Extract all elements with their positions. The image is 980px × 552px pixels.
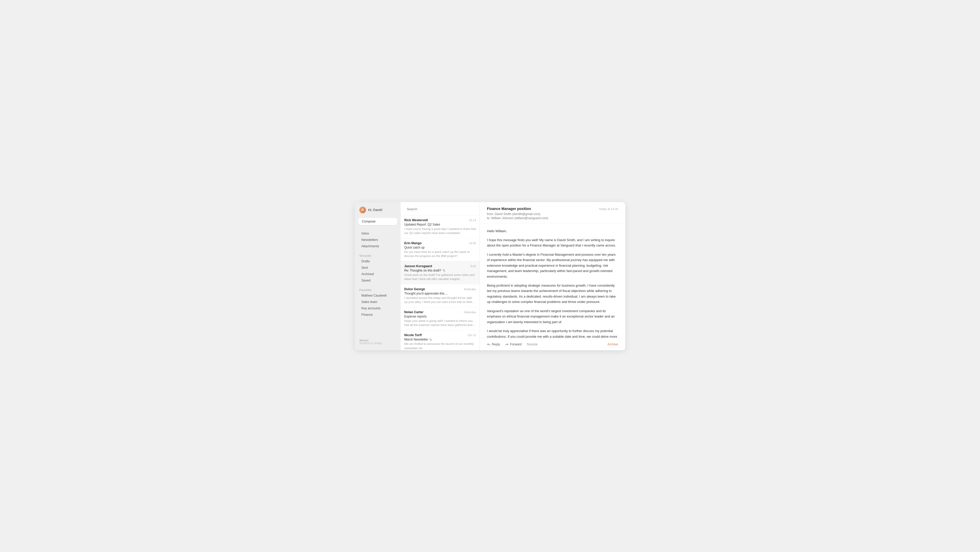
- snooze-button[interactable]: Snooze: [527, 343, 538, 346]
- body-para-1: I hope this message finds you well! My n…: [487, 237, 618, 248]
- compose-button[interactable]: Compose: [358, 218, 397, 225]
- reply-button[interactable]: Reply: [487, 341, 500, 347]
- sidebar-item-finance[interactable]: Finance: [357, 312, 399, 318]
- archive-button[interactable]: Archive: [608, 343, 618, 346]
- sidebar-item-sent[interactable]: Sent: [357, 265, 399, 271]
- sidebar-item-saved[interactable]: Saved: [357, 278, 399, 284]
- app-name: Aesso°: [360, 339, 396, 342]
- sidebar-item-sales-team[interactable]: Sales team: [357, 299, 399, 305]
- sidebar-item-newsletters[interactable]: Newsletters: [357, 237, 399, 243]
- avatar: [360, 207, 366, 213]
- email-list: Rick Westervelt 15:14 Updated Report: Q2…: [401, 215, 479, 350]
- table-row[interactable]: Erin Mango 13:56 Quick catch up Do you h…: [401, 238, 479, 261]
- email-body: Hello William, I hope this message finds…: [480, 223, 625, 338]
- sidebar-item-archived[interactable]: Archived: [357, 271, 399, 277]
- body-para-0: Hello William,: [487, 228, 618, 234]
- sidebar-item-inbox[interactable]: Inbox: [357, 230, 399, 236]
- snoozed-section-label: Snoozed: [355, 252, 401, 258]
- favorites-section-label: Favorites: [355, 286, 401, 292]
- email-actions-bar: Reply Forward Snooze Archive: [480, 338, 625, 350]
- table-row[interactable]: Rick Westervelt 15:14 Updated Report: Q2…: [401, 215, 479, 238]
- email-view-header: Finance Manager position Today at 13:16 …: [480, 202, 625, 223]
- search-input[interactable]: [404, 206, 476, 212]
- nav-section: Inbox Newsletters Attachments: [355, 229, 401, 250]
- reply-icon: [487, 343, 490, 346]
- sidebar-header: Hi, David!: [355, 207, 401, 218]
- table-row[interactable]: Dulce George Yesterday Thought you'd app…: [401, 284, 479, 307]
- table-row[interactable]: Nolan Carter Yesterday Expense reports H…: [401, 307, 479, 330]
- svg-point-0: [362, 209, 363, 210]
- email-view-panel: Finance Manager position Today at 13:16 …: [480, 202, 625, 350]
- email-to: to: William Johnson (william@vanguard.co…: [487, 216, 618, 220]
- body-para-4: Vanguard's reputation as one of the worl…: [487, 308, 618, 325]
- attachment-icon: 📎: [442, 269, 445, 272]
- sidebar: Hi, David! Compose Inbox Newsletters Att…: [355, 202, 401, 350]
- favorites-section: Favorites Mathew Caudwell Sales team Key…: [355, 285, 401, 319]
- email-subject-heading: Finance Manager position: [487, 207, 531, 211]
- sidebar-item-attachments[interactable]: Attachments: [357, 243, 399, 249]
- greeting-text: Hi, David!: [368, 208, 382, 212]
- forward-button[interactable]: Forward: [505, 341, 522, 347]
- body-para-2: I currently hold a Master's degree in Fi…: [487, 252, 618, 279]
- sidebar-item-mathew-caudwell[interactable]: Mathew Caudwell: [357, 292, 399, 298]
- email-date: Today at 13:16: [599, 207, 618, 211]
- body-para-3: Being proficient in adopting strategic m…: [487, 283, 618, 305]
- body-para-5: I would be truly appreciative if there w…: [487, 328, 618, 338]
- table-row[interactable]: Jaxson Korsgaard 9:03 Re: Thoughts on th…: [401, 261, 479, 284]
- attachment-icon: 📎: [429, 338, 432, 341]
- email-list-panel: Rick Westervelt 15:14 Updated Report: Q2…: [401, 202, 480, 350]
- forward-icon: [505, 343, 509, 346]
- sidebar-item-drafts[interactable]: Drafts: [357, 258, 399, 264]
- table-row[interactable]: Nicole Torff Oct 10 March Newsletter 📎 W…: [401, 330, 479, 350]
- app-tagline: Simplicity by design.: [360, 342, 396, 345]
- sidebar-item-key-accounts[interactable]: Key accounts: [357, 305, 399, 311]
- snoozed-section: Snoozed Drafts Sent Archived Saved: [355, 250, 401, 285]
- sidebar-footer: Aesso° Simplicity by design.: [355, 336, 401, 347]
- search-bar: [401, 202, 479, 215]
- email-from: from: David Smith (dsmith@gmail.com): [487, 212, 618, 216]
